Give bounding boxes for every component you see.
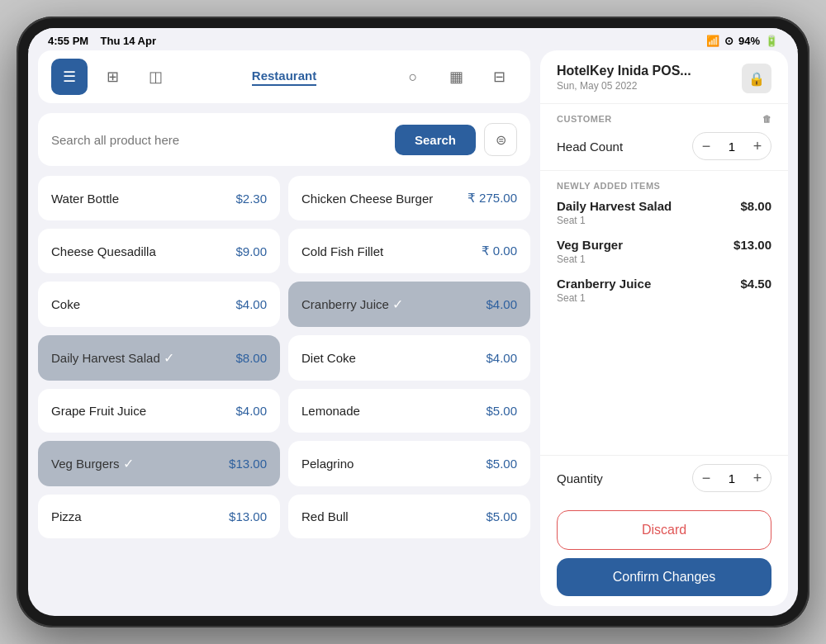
product-name: Lemonade: [301, 404, 360, 418]
status-bar: 4:55 PM Thu 14 Apr 📶 ⊙ 94% 🔋: [28, 28, 798, 50]
head-count-plus[interactable]: +: [744, 133, 771, 159]
product-name: Water Bottle: [51, 192, 119, 206]
order-header: HotelKey Inida POS... Sun, May 05 2022 🔒: [540, 50, 788, 104]
product-price: $2.30: [235, 192, 267, 206]
order-item-price: $13.00: [733, 238, 771, 252]
pos-date: Sun, May 05 2022: [557, 80, 691, 92]
restaurant-tab[interactable]: Restaurant: [252, 69, 316, 86]
order-item: Veg Burger $13.00 Seat 1: [557, 238, 771, 265]
product-item[interactable]: Grape Fruit Juice$4.00: [38, 389, 280, 433]
order-item-name: Daily Harvest Salad: [557, 199, 672, 213]
search-toolbar-button[interactable]: ○: [395, 59, 431, 95]
status-icons: 📶 ⊙ 94% 🔋: [706, 35, 778, 47]
right-panel: HotelKey Inida POS... Sun, May 05 2022 🔒…: [540, 50, 788, 606]
delete-icon[interactable]: 🗑: [762, 114, 772, 124]
product-price: $5.00: [486, 509, 517, 523]
order-item-name: Veg Burger: [557, 238, 623, 252]
order-item-row: Cranberry Juice $4.50: [557, 277, 771, 291]
product-item[interactable]: Daily Harvest Salad ✓$8.00: [38, 335, 280, 381]
product-price: $5.00: [486, 457, 517, 471]
search-input[interactable]: [51, 133, 387, 147]
action-buttons: Discard Confirm Changes: [540, 500, 788, 606]
product-price: $4.00: [486, 351, 517, 365]
filter-button[interactable]: ⊜: [484, 123, 517, 156]
product-price: $4.00: [235, 297, 267, 311]
search-bar: Search ⊜: [38, 113, 530, 166]
order-item: Daily Harvest Salad $8.00 Seat 1: [557, 199, 771, 226]
product-item[interactable]: Pizza$13.00: [38, 495, 280, 538]
order-item-seat: Seat 1: [557, 253, 771, 265]
quantity-value: 1: [719, 471, 744, 485]
barcode-button[interactable]: ▦: [438, 59, 474, 95]
product-item[interactable]: Pelagrino$5.00: [288, 441, 530, 486]
quantity-section: Quantity − 1 +: [540, 455, 788, 500]
check-icon: ✓: [164, 351, 174, 365]
product-name: Diet Coke: [301, 351, 356, 365]
battery-icon: 🔋: [765, 35, 778, 47]
status-time-date: 4:55 PM Thu 14 Apr: [48, 35, 156, 47]
product-name: Veg Burgers ✓: [51, 456, 137, 471]
order-item-seat: Seat 1: [557, 292, 771, 304]
customer-label: CUSTOMER 🗑: [557, 114, 771, 124]
pos-info: HotelKey Inida POS... Sun, May 05 2022: [557, 64, 691, 92]
product-item[interactable]: Veg Burgers ✓$13.00: [38, 441, 280, 486]
product-price: ₹ 0.00: [482, 244, 517, 258]
order-item: Cranberry Juice $4.50 Seat 1: [557, 277, 771, 304]
product-item[interactable]: Chicken Cheese Burger₹ 275.00: [288, 176, 530, 220]
quantity-minus[interactable]: −: [693, 465, 719, 491]
product-name: Cheese Quesadilla: [51, 244, 156, 258]
product-price: $9.00: [235, 244, 267, 258]
main-content: ☰ ⊞ ◫ Restaurant ○ ▦ ⊟ Search: [28, 50, 798, 616]
product-name: Chicken Cheese Burger: [301, 192, 433, 206]
grid-button[interactable]: ⊞: [94, 59, 131, 95]
newly-added-label: NEWLY ADDED ITEMS: [557, 181, 771, 191]
order-item-name: Cranberry Juice: [557, 277, 651, 291]
search-button[interactable]: Search: [395, 125, 476, 155]
product-name: Grape Fruit Juice: [51, 404, 146, 418]
quantity-label: Quantity: [557, 471, 603, 485]
product-name: Pizza: [51, 509, 82, 523]
product-price: $4.00: [235, 404, 267, 418]
product-name: Cranberry Juice ✓: [301, 296, 406, 312]
menu-button[interactable]: ☰: [51, 59, 88, 95]
order-item-price: $4.50: [740, 277, 771, 291]
order-item-row: Daily Harvest Salad $8.00: [557, 199, 771, 213]
discard-button[interactable]: Discard: [557, 510, 771, 550]
customer-section: CUSTOMER 🗑 Head Count − 1 +: [540, 104, 788, 171]
order-item-price: $8.00: [740, 199, 771, 213]
device-screen: 4:55 PM Thu 14 Apr 📶 ⊙ 94% 🔋 ☰ ⊞ ◫: [28, 28, 798, 616]
quantity-plus[interactable]: +: [744, 465, 771, 491]
product-grid: Water Bottle$2.30Chicken Cheese Burger₹ …: [38, 176, 530, 538]
status-time: 4:55 PM: [48, 35, 88, 47]
head-count-minus[interactable]: −: [693, 133, 719, 159]
product-name: Red Bull: [301, 509, 349, 523]
lock-button[interactable]: 🔒: [742, 64, 771, 93]
head-count-label: Head Count: [557, 140, 623, 154]
product-price: $8.00: [235, 351, 267, 365]
calculator-button[interactable]: ⊟: [481, 59, 517, 95]
product-price: $4.00: [486, 297, 517, 311]
toolbar: ☰ ⊞ ◫ Restaurant ○ ▦ ⊟: [38, 50, 530, 103]
layers-button[interactable]: ◫: [137, 59, 173, 95]
product-item[interactable]: Cold Fish Fillet₹ 0.00: [288, 229, 530, 273]
head-count-stepper: − 1 +: [692, 132, 771, 160]
product-item[interactable]: Coke$4.00: [38, 282, 280, 327]
quantity-stepper: − 1 +: [692, 464, 771, 492]
product-item[interactable]: Diet Coke$4.00: [288, 335, 530, 381]
head-count-value: 1: [719, 140, 744, 154]
product-item[interactable]: Red Bull$5.00: [288, 495, 530, 538]
product-item[interactable]: Water Bottle$2.30: [38, 176, 280, 220]
confirm-button[interactable]: Confirm Changes: [557, 558, 771, 596]
left-panel: ☰ ⊞ ◫ Restaurant ○ ▦ ⊟ Search: [38, 50, 530, 606]
head-count-row: Head Count − 1 +: [557, 132, 771, 160]
signal-icon: ⊙: [724, 35, 733, 47]
status-date: Thu 14 Apr: [101, 35, 156, 47]
check-icon: ✓: [392, 297, 403, 311]
product-item[interactable]: Cranberry Juice ✓$4.00: [288, 282, 530, 327]
product-name: Coke: [51, 297, 80, 311]
order-item-row: Veg Burger $13.00: [557, 238, 771, 252]
product-item[interactable]: Cheese Quesadilla$9.00: [38, 229, 280, 273]
product-item[interactable]: Lemonade$5.00: [288, 389, 530, 433]
toolbar-right: ○ ▦ ⊟: [395, 59, 517, 95]
battery-percent: 94%: [738, 35, 760, 47]
